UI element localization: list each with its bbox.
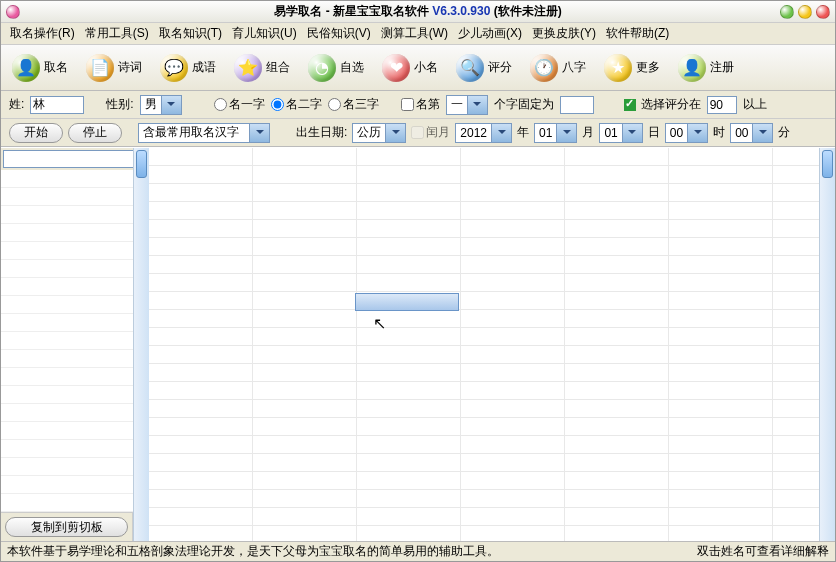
- tool-注册[interactable]: 👤注册: [673, 51, 739, 85]
- gender-label: 性别:: [106, 96, 133, 113]
- tool-更多[interactable]: ★更多: [599, 51, 665, 85]
- tool-icon: ❤: [382, 54, 410, 82]
- close-icon[interactable]: [816, 5, 830, 19]
- chevron-down-icon[interactable]: [687, 124, 707, 142]
- minute-select[interactable]: 00: [730, 123, 773, 143]
- tool-label: 诗词: [118, 59, 142, 76]
- score-input[interactable]: [707, 96, 737, 114]
- tool-诗词[interactable]: 📄诗词: [81, 51, 147, 85]
- tool-自选[interactable]: ◔自选: [303, 51, 369, 85]
- menu-item-0[interactable]: 取名操作(R): [6, 23, 79, 44]
- copy-clipboard-button[interactable]: 复制到剪切板: [5, 517, 128, 537]
- status-text-left: 本软件基于易学理论和五格剖象法理论开发，是天下父母为宝宝取名的简单易用的辅助工具…: [7, 543, 499, 560]
- right-scrollbar-right[interactable]: [819, 148, 835, 541]
- chevron-down-icon[interactable]: [161, 96, 181, 114]
- score-check[interactable]: 选择评分在: [624, 96, 701, 113]
- scroll-thumb[interactable]: [822, 150, 833, 178]
- results-grid[interactable]: ↖: [149, 148, 819, 541]
- app-window: 易学取名 - 新星宝宝取名软件 V6.3.0.930 (软件未注册) 取名操作(…: [0, 0, 836, 562]
- charset-select[interactable]: 含最常用取名汉字: [138, 123, 270, 143]
- menu-item-5[interactable]: 测算工具(W): [377, 23, 452, 44]
- title-status: (软件未注册): [494, 4, 562, 18]
- chevron-down-icon[interactable]: [752, 124, 772, 142]
- birth-label: 出生日期:: [296, 124, 347, 141]
- maximize-icon[interactable]: [798, 5, 812, 19]
- day-select[interactable]: 01: [599, 123, 642, 143]
- menu-item-3[interactable]: 育儿知识(U): [228, 23, 301, 44]
- titlebar-left: [6, 5, 20, 19]
- tool-icon: ◔: [308, 54, 336, 82]
- title-sub: 新星宝宝取名软件: [333, 4, 429, 18]
- tool-label: 注册: [710, 59, 734, 76]
- controls-row-2: 开始 停止 含最常用取名汉字 出生日期: 公历 闰月 2012 年 01 月 0…: [1, 119, 835, 147]
- menu-item-8[interactable]: 软件帮助(Z): [602, 23, 673, 44]
- tool-八字[interactable]: 🕐八字: [525, 51, 591, 85]
- tool-icon: ⭐: [234, 54, 262, 82]
- leap-check[interactable]: 闰月: [411, 124, 450, 141]
- tool-评分[interactable]: 🔍评分: [451, 51, 517, 85]
- menu-item-6[interactable]: 少儿动画(X): [454, 23, 526, 44]
- tool-label: 八字: [562, 59, 586, 76]
- surname-input[interactable]: [30, 96, 84, 114]
- status-text-right: 双击姓名可查看详细解释: [697, 543, 829, 560]
- hour-select[interactable]: 00: [665, 123, 708, 143]
- menu-item-1[interactable]: 常用工具(S): [81, 23, 153, 44]
- right-scrollbar-left[interactable]: [133, 148, 149, 541]
- calendar-select[interactable]: 公历: [352, 123, 406, 143]
- right-panel: ↖: [133, 148, 835, 541]
- score-suffix: 以上: [743, 96, 767, 113]
- minimize-icon[interactable]: [780, 5, 794, 19]
- app-icon: [6, 5, 20, 19]
- tool-icon: ★: [604, 54, 632, 82]
- tool-icon: 📄: [86, 54, 114, 82]
- tool-成语[interactable]: 💬成语: [155, 51, 221, 85]
- surname-label: 姓:: [9, 96, 24, 113]
- menubar: 取名操作(R)常用工具(S)取名知识(T)育儿知识(U)民俗知识(V)测算工具(…: [1, 23, 835, 45]
- name-1char-radio[interactable]: 名一字: [214, 96, 265, 113]
- name-3char-radio[interactable]: 名三字: [328, 96, 379, 113]
- chevron-down-icon[interactable]: [491, 124, 511, 142]
- menu-item-4[interactable]: 民俗知识(V): [303, 23, 375, 44]
- tool-小名[interactable]: ❤小名: [377, 51, 443, 85]
- controls-row-1: 姓: 性别: 男 名一字 名二字 名三字 名第 一 个字固定为 选择评分在 以上: [1, 91, 835, 119]
- statusbar: 本软件基于易学理论和五格剖象法理论开发，是天下父母为宝宝取名的简单易用的辅助工具…: [1, 541, 835, 561]
- toolbar: 👤取名📄诗词💬成语⭐组合◔自选❤小名🔍评分🕐八字★更多👤注册: [1, 45, 835, 91]
- tool-label: 取名: [44, 59, 68, 76]
- scroll-thumb[interactable]: [136, 150, 147, 178]
- stop-button[interactable]: 停止: [68, 123, 122, 143]
- selected-cell[interactable]: [355, 293, 459, 311]
- chevron-down-icon[interactable]: [249, 124, 269, 142]
- name-nth-select[interactable]: 一: [446, 95, 488, 115]
- chevron-down-icon[interactable]: [467, 96, 487, 114]
- main-area: 复制到剪切板 ↖: [1, 147, 835, 541]
- fix-input[interactable]: [560, 96, 594, 114]
- tool-icon: 🕐: [530, 54, 558, 82]
- tool-label: 自选: [340, 59, 364, 76]
- name-nth-check[interactable]: 名第: [401, 96, 440, 113]
- menu-item-2[interactable]: 取名知识(T): [155, 23, 226, 44]
- tool-组合[interactable]: ⭐组合: [229, 51, 295, 85]
- tool-取名[interactable]: 👤取名: [7, 51, 73, 85]
- check-icon: [624, 99, 636, 111]
- menu-item-7[interactable]: 更换皮肤(Y): [528, 23, 600, 44]
- tool-icon: 💬: [160, 54, 188, 82]
- name-2char-radio[interactable]: 名二字: [271, 96, 322, 113]
- month-select[interactable]: 01: [534, 123, 577, 143]
- chevron-down-icon[interactable]: [385, 124, 405, 142]
- fix-label: 个字固定为: [494, 96, 554, 113]
- left-panel: 复制到剪切板: [1, 148, 133, 541]
- left-bottom: 复制到剪切板: [1, 512, 132, 541]
- start-button[interactable]: 开始: [9, 123, 63, 143]
- chevron-down-icon[interactable]: [622, 124, 642, 142]
- titlebar: 易学取名 - 新星宝宝取名软件 V6.3.0.930 (软件未注册): [1, 1, 835, 23]
- chevron-down-icon[interactable]: [556, 124, 576, 142]
- title-app: 易学取名: [274, 4, 322, 18]
- title-text: 易学取名 - 新星宝宝取名软件 V6.3.0.930 (软件未注册): [274, 3, 561, 20]
- year-select[interactable]: 2012: [455, 123, 512, 143]
- window-controls: [780, 5, 830, 19]
- tool-label: 成语: [192, 59, 216, 76]
- tool-icon: 🔍: [456, 54, 484, 82]
- tool-label: 组合: [266, 59, 290, 76]
- tool-label: 更多: [636, 59, 660, 76]
- gender-select[interactable]: 男: [140, 95, 182, 115]
